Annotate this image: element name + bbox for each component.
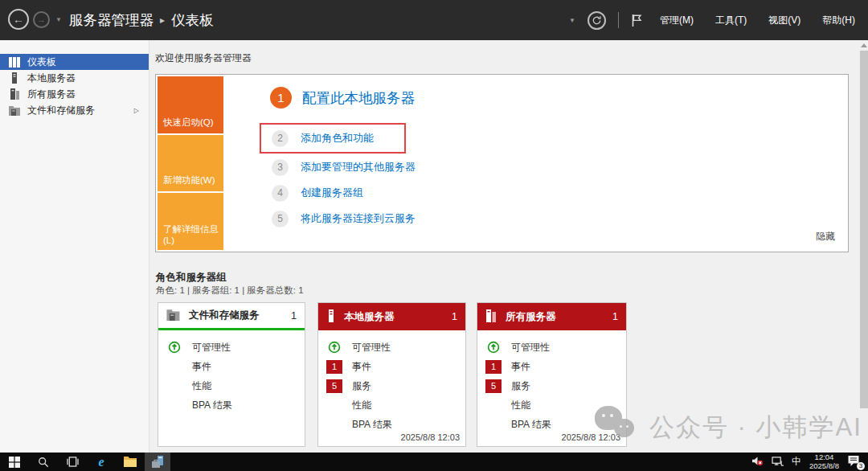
row-services[interactable]: 5 服务: [318, 376, 465, 395]
welcome-header: 欢迎使用服务器管理器: [155, 51, 252, 65]
panel-header[interactable]: 本地服务器 1: [318, 303, 465, 330]
expand-arrow-icon[interactable]: ▷: [134, 107, 139, 114]
task-view-button[interactable]: [58, 453, 87, 471]
alert-count-badge: 1: [326, 360, 342, 374]
row-events[interactable]: 1 事件: [318, 357, 465, 376]
scrollbar-thumb[interactable]: [860, 51, 868, 408]
step-number-badge: 3: [272, 159, 289, 176]
row-label: 可管理性: [511, 341, 550, 354]
badge-value: 1: [485, 360, 502, 374]
panel-header[interactable]: 文件和存储服务 1: [158, 303, 305, 330]
taskbar: e: [0, 453, 868, 471]
internet-explorer-icon: e: [98, 456, 104, 469]
panel-title: 所有服务器: [506, 310, 556, 324]
strip-label: 新增功能(W): [163, 174, 215, 186]
step-number-badge: 2: [272, 130, 289, 147]
row-manageability[interactable]: 可管理性: [158, 338, 305, 357]
dashboard-grid-icon: [8, 56, 21, 68]
breadcrumb: 服务器管理器 ▸ 仪表板: [69, 10, 214, 30]
hide-link[interactable]: 隐藏: [816, 230, 835, 244]
row-label: 可管理性: [192, 341, 231, 354]
quickstart-step-1: 1 配置此本地服务器: [270, 87, 415, 109]
ime-indicator[interactable]: 中: [792, 455, 801, 469]
badge-value: 5: [485, 379, 502, 393]
file-explorer-button[interactable]: [116, 453, 145, 471]
refresh-button[interactable]: [588, 11, 606, 30]
sidebar-item-label: 仪表板: [27, 55, 56, 69]
quickstart-tile: 快速启动(Q) 新增功能(W) 了解详细信息(L) 1 配置此本地服务器 2 添…: [155, 74, 849, 252]
system-tray: 中 12:04 2025/8/8 3: [751, 453, 868, 471]
panel-title: 本地服务器: [344, 310, 395, 324]
row-bpa-results[interactable]: BPA 结果: [318, 415, 465, 434]
toolbar: ▼ 管理(M) 工具(T) 视图(V) 帮助(H): [569, 0, 860, 40]
menu-help[interactable]: 帮助(H): [817, 10, 860, 31]
row-label: 性能: [511, 399, 530, 412]
panel-rows: 可管理性 事件 性能 BPA 结果: [158, 330, 305, 415]
strip-quick-start[interactable]: 快速启动(Q): [158, 76, 223, 133]
folder-server-icon: [166, 308, 181, 323]
add-other-servers-link[interactable]: 添加要管理的其他服务器: [301, 160, 416, 174]
row-manageability[interactable]: 可管理性: [318, 338, 465, 357]
volume-muted-icon[interactable]: [751, 455, 764, 469]
search-button[interactable]: [29, 453, 58, 471]
sidebar-item-dashboard[interactable]: 仪表板: [0, 54, 149, 70]
row-label: 事件: [192, 360, 211, 374]
tray-time: 12:04: [809, 453, 839, 462]
back-button[interactable]: ←: [8, 9, 29, 30]
row-label: 性能: [352, 399, 371, 412]
manageability-flag-icon[interactable]: [631, 14, 643, 27]
watermark-text: 公众号 · 小韩学AI: [649, 411, 862, 444]
row-events[interactable]: 事件: [158, 357, 305, 376]
notification-count-badge: 3: [857, 462, 865, 470]
panel-header[interactable]: 所有服务器 1: [477, 303, 626, 330]
sidebar-item-label: 所有服务器: [27, 88, 76, 101]
create-server-group-link[interactable]: 创建服务器组: [301, 186, 363, 200]
vertical-scrollbar[interactable]: [860, 40, 868, 453]
sidebar: 仪表板 本地服务器 所有服务器: [0, 40, 149, 453]
quickstart-step-5: 5 将此服务器连接到云服务: [272, 210, 416, 227]
notification-center-button[interactable]: 3: [847, 455, 863, 469]
page-title: 仪表板: [171, 10, 214, 30]
menu-tools[interactable]: 工具(T): [710, 10, 751, 31]
row-bpa-results[interactable]: BPA 结果: [477, 415, 626, 434]
row-label: 事件: [352, 360, 371, 374]
sidebar-item-label: 本地服务器: [27, 72, 76, 85]
app-title: 服务器管理器: [69, 10, 154, 30]
server-icon: [326, 309, 336, 325]
row-label: 服务: [352, 379, 371, 393]
badge-value: 1: [326, 360, 342, 374]
sidebar-item-file-storage-services[interactable]: 文件和存储服务 ▷: [0, 102, 149, 118]
internet-explorer-button[interactable]: e: [87, 453, 116, 471]
strip-whats-new[interactable]: 新增功能(W): [158, 135, 223, 192]
row-label: BPA 结果: [511, 418, 551, 432]
clock[interactable]: 12:04 2025/8/8: [809, 453, 839, 470]
row-performance[interactable]: 性能: [158, 376, 305, 395]
connect-cloud-services-link[interactable]: 将此服务器连接到云服务: [301, 211, 416, 226]
add-roles-features-link[interactable]: 添加角色和功能: [301, 131, 374, 145]
manageability-up-icon: [166, 341, 182, 354]
forward-button[interactable]: →: [33, 11, 50, 28]
panel-count: 1: [291, 310, 297, 322]
nav-dropdown-icon[interactable]: ▼: [55, 16, 62, 23]
menu-manage[interactable]: 管理(M): [655, 10, 698, 31]
step-number-badge: 5: [272, 211, 289, 227]
scroll-up-arrow-icon[interactable]: [861, 43, 867, 47]
strip-label: 快速启动(Q): [163, 117, 214, 129]
row-bpa-results[interactable]: BPA 结果: [158, 395, 305, 415]
toolbar-dropdown-icon[interactable]: ▼: [569, 17, 575, 24]
row-manageability[interactable]: 可管理性: [477, 338, 626, 357]
network-icon[interactable]: [772, 455, 784, 469]
servers-icon: [485, 309, 497, 325]
row-events[interactable]: 1 事件: [477, 357, 626, 376]
step-number-badge: 4: [272, 185, 289, 202]
panel-local-server: 本地服务器 1 可管理性 1 事件 5: [317, 302, 466, 447]
sidebar-item-all-servers[interactable]: 所有服务器: [0, 86, 149, 102]
server-manager-taskbar-button[interactable]: [145, 453, 170, 471]
row-performance[interactable]: 性能: [318, 395, 465, 415]
menu-view[interactable]: 视图(V): [764, 10, 805, 31]
row-performance[interactable]: 性能: [477, 395, 626, 415]
row-services[interactable]: 5 服务: [477, 376, 626, 395]
strip-learn-more[interactable]: 了解详细信息(L): [158, 193, 223, 250]
start-button[interactable]: [0, 453, 29, 471]
sidebar-item-local-server[interactable]: 本地服务器: [0, 70, 149, 86]
